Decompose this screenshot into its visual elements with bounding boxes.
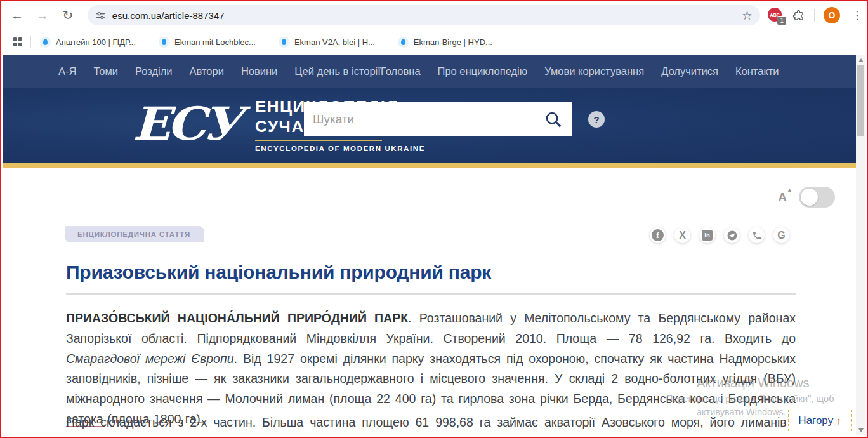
- up-arrow-icon: ↑: [836, 415, 841, 426]
- adblock-extension-icon[interactable]: ABP 1: [768, 8, 783, 23]
- extensions-puzzle-icon[interactable]: [792, 9, 805, 22]
- page-scrollbar[interactable]: [856, 55, 865, 435]
- scrollbar-thumb[interactable]: [857, 65, 864, 136]
- linkedin-share-icon[interactable]: in: [699, 227, 715, 243]
- web-page: А-Я Томи Розділи Автори Новини Цей день …: [3, 55, 865, 435]
- nav-item-rozdily[interactable]: Розділи: [135, 65, 173, 77]
- search-box: [304, 102, 572, 136]
- nav-item-az[interactable]: А-Я: [58, 65, 76, 77]
- toggle-knob: [801, 189, 818, 206]
- bookmark-item[interactable]: Ekman-Birge | HYD...: [398, 37, 492, 48]
- droplet-favicon: [279, 37, 289, 48]
- site-nav-right: Головна Про енциклопедію Умови користува…: [381, 65, 779, 77]
- link-berdianska-kosa[interactable]: Бердянська коса: [617, 392, 716, 406]
- bookmark-item[interactable]: Апштейн 100 | ГІДР...: [40, 37, 136, 48]
- logo-gold-underline: [255, 140, 382, 141]
- theme-toggle[interactable]: [799, 187, 835, 208]
- bookmarks-bar: Апштейн 100 | ГІДР... Ekman mit Lochblec…: [3, 29, 865, 55]
- phone-share-icon[interactable]: [749, 227, 765, 243]
- site-header: ЕСУ ЕНЦИКЛОПЕДІЯ СУЧАСНОЇ УКРАЇНИ ENCYCL…: [3, 88, 865, 163]
- link-molochnyi-lyman[interactable]: Молочний лиман: [225, 392, 324, 406]
- article-type-badge: ЕНЦИКЛОПЕДИЧНА СТАТТЯ: [64, 226, 205, 242]
- nav-item-novyny[interactable]: Новини: [241, 65, 277, 77]
- droplet-favicon: [159, 37, 169, 48]
- nav-item-terms[interactable]: Умови користування: [544, 65, 644, 77]
- help-icon[interactable]: ?: [588, 111, 605, 128]
- nav-item-holovna[interactable]: Головна: [381, 65, 421, 77]
- site-nav-left: А-Я Томи Розділи Автори Новини Цей день …: [58, 65, 381, 77]
- article-title: Приазовський національний природний парк: [66, 262, 491, 283]
- bookmark-star-icon[interactable]: ☆: [742, 8, 753, 23]
- article-content: A▲ ЕНЦИКЛОПЕДИЧНА СТАТТЯ f X in G Приазо…: [3, 168, 865, 435]
- url-bar[interactable]: esu.com.ua/article-887347 ☆: [88, 5, 760, 25]
- site-settings-icon[interactable]: [95, 10, 106, 21]
- profile-avatar[interactable]: O: [824, 7, 840, 23]
- nav-item-contacts[interactable]: Контакти: [735, 65, 779, 77]
- nav-item-join[interactable]: Долучитися: [661, 65, 718, 77]
- scroll-down-icon[interactable]: [856, 425, 865, 435]
- url-text[interactable]: esu.com.ua/article-887347: [112, 10, 742, 21]
- article-paragraph-2: Парк складається з 2-х частин. Більша ча…: [66, 413, 796, 435]
- x-twitter-share-icon[interactable]: X: [674, 227, 690, 243]
- search-input[interactable]: [313, 112, 544, 126]
- adblock-badge: 1: [777, 16, 787, 25]
- google-share-icon[interactable]: G: [773, 227, 789, 243]
- nav-item-avtory[interactable]: Автори: [190, 65, 224, 77]
- title-divider: [66, 293, 796, 295]
- droplet-favicon: [40, 37, 51, 48]
- reload-icon[interactable]: ↻: [57, 4, 79, 26]
- forward-icon[interactable]: →: [32, 4, 53, 26]
- telegram-share-icon[interactable]: [724, 227, 740, 243]
- logo-subtitle: ENCYCLOPEDIA OF MODERN UKRAINE: [255, 145, 431, 152]
- bookmarks-divider: [30, 36, 31, 48]
- gold-stripe: [3, 163, 865, 168]
- scroll-up-icon[interactable]: [856, 55, 865, 65]
- site-nav: А-Я Томи Розділи Автори Новини Цей день …: [3, 55, 865, 88]
- back-icon[interactable]: ←: [6, 4, 28, 26]
- browser-toolbar: ← → ↻ esu.com.ua/article-887347 ☆ ABP 1: [3, 1, 865, 29]
- bookmark-item[interactable]: Ekman mit Lochblec...: [159, 37, 256, 48]
- link-berda[interactable]: Берда: [573, 392, 608, 406]
- toolbar-divider: [814, 9, 815, 22]
- nav-item-about[interactable]: Про енциклопедію: [438, 65, 528, 77]
- back-to-top-button[interactable]: Нагору ↑: [788, 409, 852, 432]
- bookmark-item[interactable]: Ekman V2A, blei | H...: [279, 37, 375, 48]
- article-lead: ПРИАЗО́ВСЬКИЙ НАЦІОНА́ЛЬНИЙ ПРИРО́ДНИЙ П…: [66, 311, 408, 325]
- article-paragraph-1: ПРИАЗО́ВСЬКИЙ НАЦІОНА́ЛЬНИЙ ПРИРО́ДНИЙ П…: [66, 309, 796, 430]
- font-size-control: A▲: [778, 187, 835, 208]
- facebook-share-icon[interactable]: f: [650, 227, 666, 243]
- nav-item-this-day[interactable]: Цей день в історії: [294, 65, 381, 77]
- droplet-favicon: [398, 37, 409, 48]
- apps-grid-icon[interactable]: [13, 37, 23, 47]
- search-icon[interactable]: [544, 110, 563, 129]
- share-icons-row: f X in G: [650, 227, 789, 243]
- nav-item-tomy[interactable]: Томи: [93, 65, 118, 77]
- browser-menu-icon[interactable]: ⋮: [849, 8, 865, 22]
- esu-logo-mark[interactable]: ЕСУ: [133, 95, 239, 153]
- browser-window: ← → ↻ esu.com.ua/article-887347 ☆ ABP 1: [0, 0, 868, 438]
- font-size-icon[interactable]: A▲: [778, 190, 792, 204]
